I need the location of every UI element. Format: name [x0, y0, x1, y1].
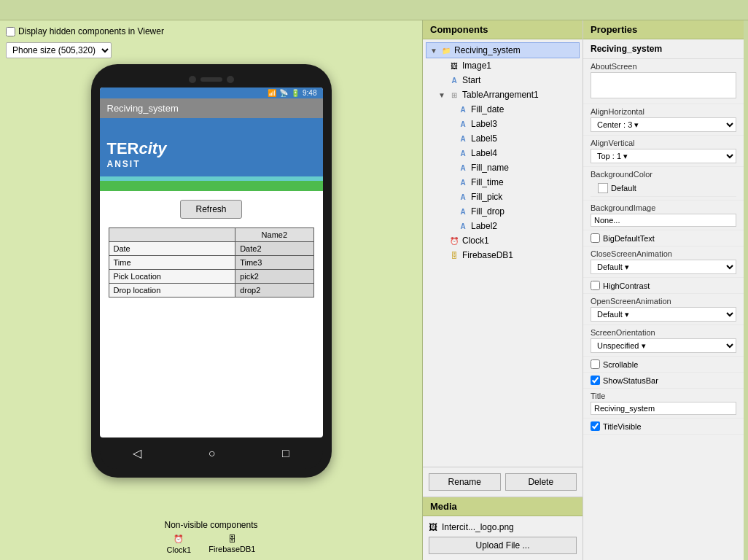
prop-screen-orientation: ScreenOrientation Unspecified ▾: [583, 325, 744, 357]
tree-item-fill-drop[interactable]: A Fill_drop: [426, 204, 580, 219]
prop-select-orientation[interactable]: Unspecified ▾: [591, 338, 736, 353]
prop-background-color: BackgroundColor Default: [583, 167, 744, 201]
prop-label-title: Title: [591, 392, 736, 400]
phone-top: [100, 73, 323, 88]
tree-item-label5[interactable]: A Label5: [426, 131, 580, 146]
media-image-icon: 🖼: [429, 522, 437, 532]
tree-label-fill-pick: Fill_pick: [471, 192, 502, 202]
table-row: Drop location drop2: [109, 284, 313, 298]
media-item-label: Intercit..._logo.png: [442, 522, 514, 532]
tree-toggle-reciving: ▼: [429, 47, 438, 55]
prop-checkbox-bigtext[interactable]: [591, 233, 600, 243]
label5-icon: A: [457, 133, 469, 144]
prop-input-bgimage[interactable]: [591, 214, 736, 227]
label3-icon: A: [457, 118, 469, 130]
phone-device: 📶 📡 🔋 9:48 Reciving_system TERcity: [91, 64, 332, 478]
non-visible-section: Non-visible components ⏰ Clock1 🗄 Fireba…: [6, 520, 416, 554]
prop-input-title[interactable]: [591, 402, 736, 415]
color-label: Default: [611, 184, 636, 192]
prop-about-screen: AboutScreen: [583, 59, 744, 104]
tree-item-fill-time[interactable]: A Fill_time: [426, 175, 580, 190]
image1-icon: 🖼: [448, 60, 460, 71]
prop-title: Title: [583, 389, 744, 419]
tree-label-image1: Image1: [462, 61, 491, 71]
upload-file-button[interactable]: Upload File ...: [429, 537, 577, 554]
logo-ter: TER: [107, 139, 139, 158]
prop-select-alignh[interactable]: Center : 3 ▾: [591, 117, 736, 132]
tree-item-fill-name[interactable]: A Fill_name: [426, 160, 580, 175]
prop-checkbox-highcontrast[interactable]: [591, 281, 600, 290]
tree-label-reciving: Reciving_system: [454, 45, 521, 55]
color-swatch: [598, 183, 608, 193]
prop-input-about[interactable]: [591, 72, 736, 98]
tree-label-label3: Label3: [471, 119, 497, 129]
prop-label-titlevisible: TitleVisible: [603, 422, 642, 431]
hidden-components-checkbox[interactable]: [6, 27, 15, 36]
tree-item-clock1[interactable]: ⏰ Clock1: [426, 233, 580, 248]
tree-label-fill-date: Fill_date: [471, 104, 504, 114]
prop-label-openscreenanim: OpenScreenAnimation: [591, 297, 736, 306]
phone-camera2: [227, 76, 234, 83]
top-bar: [0, 0, 748, 20]
signal-icon: 📡: [279, 89, 288, 97]
prop-label-bgimage: BackgroundImage: [591, 203, 736, 212]
rename-button[interactable]: Rename: [429, 473, 501, 491]
tree-label-fill-name: Fill_name: [471, 163, 509, 173]
prop-scrollable: Scrollable: [583, 357, 744, 373]
prop-label-highcontrast: HighContrast: [603, 281, 650, 290]
status-time: 9:48: [303, 89, 316, 97]
prop-label-bigtext: BigDefaultText: [603, 234, 655, 243]
back-icon: ◁: [133, 446, 141, 460]
tree-item-label3[interactable]: A Label3: [426, 117, 580, 131]
tree-label-label4: Label4: [471, 148, 497, 158]
prop-select-openscreenanim[interactable]: Default ▾: [591, 307, 736, 322]
viewer-options: Display hidden components in Viewer: [6, 26, 416, 36]
tree-item-reciving-system[interactable]: ▼ 📁 Reciving_system: [426, 42, 580, 58]
table-cell-time-label: Time: [109, 256, 235, 270]
phone-bottom-nav: ◁ ○ □: [100, 438, 323, 469]
tree-label-clock1: Clock1: [462, 236, 489, 246]
refresh-button[interactable]: Refresh: [180, 200, 241, 219]
fill-time-icon: A: [457, 176, 469, 188]
prop-color-display[interactable]: Default: [591, 180, 736, 197]
table-header-name2: Name2: [235, 228, 313, 242]
selected-component-name: Reciving_system: [583, 39, 744, 59]
prop-checkbox-scrollable[interactable]: [591, 359, 600, 369]
table-cell-pick-label: Pick Location: [109, 270, 235, 284]
tree-item-tablearrangement1[interactable]: ▼ ⊞ TableArrangement1: [426, 88, 580, 102]
prop-checkbox-titlevisible[interactable]: [591, 421, 600, 431]
prop-open-anim: OpenScreenAnimation Default ▾: [583, 294, 744, 325]
prop-select-closeanim[interactable]: Default ▾: [591, 260, 736, 274]
recents-icon: □: [282, 447, 289, 460]
table-cell-drop-label: Drop location: [109, 284, 235, 298]
non-visible-clock1: ⏰ Clock1: [167, 534, 192, 554]
prop-label-alignv: AlignVertical: [591, 139, 736, 147]
fill-drop-icon: A: [457, 206, 469, 217]
firebasedb1-tree-icon: 🗄: [448, 249, 460, 261]
tree-item-firebasedb1[interactable]: 🗄 FirebaseDB1: [426, 248, 580, 262]
phone-size-select[interactable]: Phone size (505,320): [6, 42, 112, 58]
left-panel: Display hidden components in Viewer Phon…: [0, 20, 423, 560]
table-icon: ⊞: [448, 89, 460, 101]
tree-label-start: Start: [462, 75, 480, 85]
phone-screen: 📶 📡 🔋 9:48 Reciving_system TERcity: [100, 88, 323, 438]
prop-checkbox-statusbar[interactable]: [591, 376, 600, 385]
tree-item-image1[interactable]: 🖼 Image1: [426, 58, 580, 73]
tree-item-fill-date[interactable]: A Fill_date: [426, 102, 580, 117]
delete-button[interactable]: Delete: [505, 473, 577, 491]
tree-item-fill-pick[interactable]: A Fill_pick: [426, 190, 580, 204]
table-row: Date Date2: [109, 242, 313, 256]
non-visible-icons: ⏰ Clock1 🗄 FirebaseDB1: [6, 534, 416, 554]
hidden-components-label[interactable]: Display hidden components in Viewer: [6, 26, 164, 36]
prop-select-alignv[interactable]: Top : 1 ▾: [591, 149, 736, 163]
logo-city: city: [139, 139, 167, 158]
tree-label-tablearrangement1: TableArrangement1: [462, 90, 539, 100]
tree-label-label2: Label2: [471, 221, 497, 231]
tree-item-label4[interactable]: A Label4: [426, 146, 580, 160]
tree-item-start[interactable]: A Start: [426, 73, 580, 88]
tree-label-fill-drop: Fill_drop: [471, 206, 504, 217]
phone-app-title: Reciving_system: [107, 103, 179, 114]
media-panel: Media 🖼 Intercit..._logo.png Upload File…: [423, 497, 583, 560]
prop-show-statusbar: ShowStatusBar: [583, 373, 744, 389]
tree-item-label2[interactable]: A Label2: [426, 219, 580, 233]
